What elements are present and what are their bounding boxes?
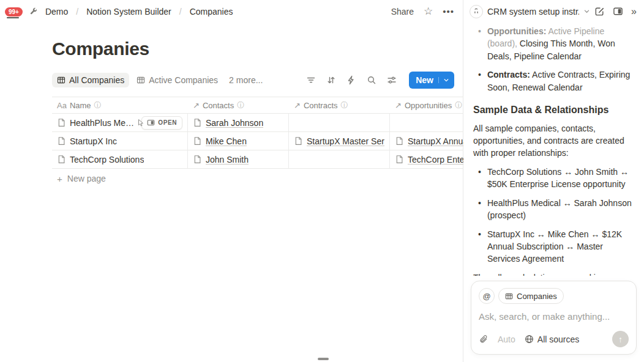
table-row[interactable]: + HealthPlus Medical OPEN [52,114,463,132]
column-label: Opportunities [405,101,452,110]
chevron-down-icon[interactable] [438,77,449,83]
cell-opportunities[interactable]: TechCorp Enterp [390,150,463,168]
cell-contracts[interactable]: StartupX Master Services [289,132,390,150]
globe-icon [525,334,534,344]
bullet-icon: • [478,68,481,94]
ai-message: • Opportunities: Active Pipeline (board)… [463,23,644,276]
relation-link[interactable]: StartupX Master Services [307,136,384,146]
favorite-star-icon[interactable]: ☆ [424,5,433,18]
bullet-icon: • [478,228,481,265]
relation-link[interactable]: Sarah Johnson [206,118,263,128]
notification-badge-wrap[interactable]: 99+ [5,6,23,17]
relation-property-icon: ↗ [294,101,301,110]
relation-link[interactable]: StartupX Annual [408,136,463,146]
context-chip-companies[interactable]: Companies [498,288,564,304]
info-icon[interactable]: ⓘ [455,100,462,111]
view-settings-icon[interactable] [387,75,397,85]
column-label: Name [70,101,91,110]
page-icon [193,155,202,164]
relation-link[interactable]: Mike Chen [206,136,247,146]
table-row[interactable]: TechCorp Solutions John Smith TechCorp E… [52,150,463,169]
collapse-panel-icon[interactable]: » [631,6,637,17]
bullet-text: TechCorp Solutions ↔ John Smith ↔ $50K E… [487,166,634,191]
view-tabs: All Companies Active Companies 2 more... [52,73,266,87]
breadcrumb-item-companies[interactable]: Companies [187,6,236,18]
table-row[interactable]: StartupX Inc Mike Chen StartupX Master S… [52,132,463,150]
search-icon[interactable] [367,75,376,85]
filter-icon[interactable] [306,75,316,85]
ai-prompt-input[interactable] [479,311,629,322]
main-area: 99+ Demo / Notion System Builder / Compa… [0,0,463,362]
views-toolbar: All Companies Active Companies 2 more... [52,72,463,89]
info-icon[interactable]: ⓘ [237,100,244,111]
mention-button[interactable]: @ [479,288,495,304]
cell-contacts[interactable]: Sarah Johnson [188,114,289,131]
new-page-button[interactable]: + New page [52,169,463,188]
horizontal-scroll-handle[interactable] [318,358,329,360]
section-heading: Sample Data & Relationships [473,103,634,117]
list-item: • TechCorp Solutions ↔ John Smith ↔ $50K… [473,166,634,191]
breadcrumb-item-demo[interactable]: Demo [43,6,70,18]
side-peek-icon[interactable] [613,6,623,17]
mode-auto-button[interactable]: Auto [498,334,515,344]
info-icon[interactable]: ⓘ [341,100,348,111]
column-header-name[interactable]: Aa Name ⓘ [52,100,188,111]
cell-contracts[interactable] [289,114,390,131]
cell-name[interactable]: HealthPlus Medical OPEN [52,114,188,131]
new-chat-icon[interactable] [594,6,605,17]
page-icon [57,136,66,146]
new-button[interactable]: New [409,72,454,89]
composer-toolbar: Auto All sources ↑ [479,331,629,347]
list-item: • HealthPlus Medical ↔ Sarah Johnson (pr… [473,197,634,222]
table-view-icon [137,76,145,84]
page-icon [57,118,66,127]
automation-lightning-icon[interactable] [346,75,356,85]
cell-opportunities[interactable]: StartupX Annual [390,132,463,150]
bullet-icon: • [478,166,481,191]
cell-name[interactable]: TechCorp Solutions [52,150,188,168]
relation-link[interactable]: John Smith [206,155,249,164]
relation-property-icon: ↗ [193,101,200,110]
new-button-label: New [416,75,433,85]
column-label: Contracts [304,101,338,110]
all-sources-label: All sources [537,334,579,344]
bullet-icon: • [478,197,481,222]
more-options-icon[interactable]: ••• [443,6,454,17]
page-icon [395,155,404,164]
topbar: 99+ Demo / Notion System Builder / Compa… [0,0,463,23]
cell-contacts[interactable]: John Smith [188,150,289,168]
chevron-down-icon[interactable] [583,8,590,15]
cell-name[interactable]: StartupX Inc [52,132,188,150]
chat-title[interactable]: CRM system setup instr... [487,7,579,17]
list-item: • Opportunities: Active Pipeline (board)… [473,25,634,62]
column-header-contacts[interactable]: ↗ Contacts ⓘ [188,100,289,111]
sort-icon[interactable] [326,75,336,85]
open-page-button[interactable]: OPEN [141,116,182,130]
column-header-contracts[interactable]: ↗ Contracts ⓘ [289,100,390,111]
ai-face-icon [470,5,483,18]
notification-badge: 99+ [5,7,23,17]
column-header-opportunities[interactable]: ↗ Opportunities ⓘ [390,100,463,111]
view-tab-active-companies[interactable]: Active Companies [132,73,223,87]
mouse-cursor-icon [137,119,144,127]
relation-link[interactable]: TechCorp Enterp [408,155,463,164]
page-content: Companies All Companies Active Companies… [0,39,463,188]
bullet-label: Contracts: [487,70,530,79]
breadcrumb-item-system-builder[interactable]: Notion System Builder [84,6,174,18]
share-button[interactable]: Share [391,7,414,17]
info-icon[interactable]: ⓘ [94,100,102,111]
cell-opportunities[interactable] [390,114,463,131]
attachment-paperclip-icon[interactable] [479,334,489,344]
context-chip-label: Companies [517,292,557,301]
cell-contacts[interactable]: Mike Chen [188,132,289,150]
companies-table: Aa Name ⓘ ↗ Contacts ⓘ ↗ Contracts ⓘ [52,97,463,188]
send-button[interactable]: ↑ [612,331,629,347]
more-views-button[interactable]: 2 more... [225,73,266,87]
view-tab-all-companies[interactable]: All Companies [52,73,129,87]
page-title: Companies [52,39,463,59]
breadcrumb: 99+ Demo / Notion System Builder / Compa… [5,6,235,18]
topbar-actions: Share ☆ ••• [391,5,454,18]
table-view-icon [505,292,513,300]
cell-contracts[interactable] [289,150,390,168]
all-sources-button[interactable]: All sources [525,334,579,344]
